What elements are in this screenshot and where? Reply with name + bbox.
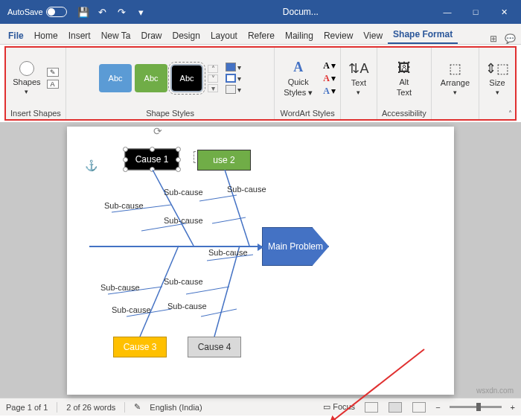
svg-line-2	[140, 246, 179, 337]
chevron-down-icon: ▾	[25, 88, 28, 95]
group-shape-styles: Abc Abc Abc ˄˅▾ ▾ ▾ ▾ Shape Styles	[66, 48, 275, 119]
group-wordart-styles: A Quick Styles ▾ A▾ A▾ A▾ WordArt Styles	[275, 48, 341, 119]
tab-view[interactable]: View	[358, 28, 388, 44]
main-problem-shape[interactable]: Main Problem	[262, 227, 329, 266]
group-label-accessibility: Accessibility	[382, 107, 426, 119]
minimize-button[interactable]: —	[433, 0, 461, 24]
subcause-label[interactable]: Sub-cause	[227, 185, 266, 194]
resize-handle[interactable]	[150, 147, 155, 152]
resize-handle[interactable]	[123, 147, 128, 152]
cause4-shape[interactable]: Cause 4	[188, 337, 241, 357]
print-layout-icon[interactable]	[389, 402, 402, 413]
ribbon: Shapes ▾ ✎ A Insert Shapes Abc Abc Abc ˄…	[4, 46, 517, 121]
size-button[interactable]: ⇕⬚ Size ▾	[484, 60, 511, 96]
text-fill-icon: A	[323, 60, 330, 71]
page-number[interactable]: Page 1 of 1	[6, 403, 48, 412]
zoom-in-button[interactable]: +	[511, 403, 515, 412]
resize-handle[interactable]	[150, 167, 155, 172]
subcause-label[interactable]: Sub-cause	[164, 216, 203, 225]
text-fill-button[interactable]: A▾	[323, 60, 336, 71]
save-icon[interactable]: 💾	[77, 6, 89, 18]
zoom-slider[interactable]	[450, 406, 502, 408]
text-effects-button[interactable]: A▾	[323, 86, 336, 97]
arrange-button[interactable]: ⬚ Arrange ▾	[436, 60, 474, 96]
tab-home[interactable]: Home	[29, 28, 63, 44]
page[interactable]: ⚓ ⟳ Cause 1 ⌒ use 2 Cause 3 Cause 4 Main…	[67, 127, 454, 395]
tab-references[interactable]: Refere	[243, 28, 280, 44]
autosave[interactable]: AutoSave	[3, 7, 71, 17]
resize-handle[interactable]	[176, 167, 181, 172]
undo-icon[interactable]: ↶	[97, 6, 109, 18]
subcause-label[interactable]: Sub-cause	[167, 302, 207, 311]
tab-design[interactable]: Design	[167, 28, 205, 44]
qat-dropdown-icon[interactable]: ▾	[135, 6, 147, 18]
text-direction-icon: ⇅A	[350, 60, 368, 77]
alt-text-button[interactable]: 🖼 Alt Text	[391, 60, 418, 97]
cause3-shape[interactable]: Cause 3	[113, 337, 167, 357]
subcause-label[interactable]: Sub-cause	[104, 201, 144, 210]
share-icon[interactable]: ⊞	[485, 34, 502, 44]
comments-icon[interactable]: 💬	[502, 34, 518, 44]
ribbon-tabs: File Home Insert New Ta Draw Design Layo…	[0, 24, 521, 45]
text-direction-button[interactable]: ⇅A Text ▾	[345, 60, 372, 96]
text-outline-button[interactable]: A▾	[323, 73, 336, 84]
group-arrange: ⬚ Arrange ▾	[432, 48, 479, 119]
style-thumb-black[interactable]: Abc	[170, 64, 203, 92]
resize-handle[interactable]	[123, 167, 128, 172]
word-count[interactable]: 2 of 26 words	[66, 403, 115, 412]
shapes-button[interactable]: Shapes ▾	[13, 61, 40, 95]
tab-shape-format[interactable]: Shape Format	[388, 26, 458, 44]
collapse-ribbon-icon[interactable]: ˄	[508, 109, 512, 118]
tab-layout[interactable]: Layout	[205, 28, 243, 44]
style-gallery-nav[interactable]: ˄˅▾	[208, 65, 218, 92]
cause1-shape[interactable]: Cause 1	[125, 149, 179, 170]
autosave-toggle[interactable]	[46, 7, 67, 17]
tab-draw[interactable]: Draw	[136, 28, 167, 44]
tab-mailings[interactable]: Mailing	[280, 28, 319, 44]
anchor-icon: ⚓	[85, 159, 98, 171]
quick-access-toolbar: 💾 ↶ ↷ ▾	[71, 6, 153, 18]
style-thumb-green[interactable]: Abc	[135, 64, 167, 92]
language[interactable]: English (India)	[150, 403, 202, 412]
spellcheck-icon[interactable]: ✎	[134, 402, 141, 412]
resize-handle[interactable]	[176, 147, 181, 152]
shape-fill-button[interactable]: ▾	[226, 63, 241, 71]
redo-icon[interactable]: ↷	[116, 6, 128, 18]
subcause-label[interactable]: Sub-cause	[100, 283, 140, 292]
cause2-shape[interactable]: use 2	[197, 150, 251, 171]
edit-shape-icon[interactable]: ✎	[47, 68, 59, 77]
resize-handle[interactable]	[123, 157, 128, 162]
titlebar: AutoSave 💾 ↶ ↷ ▾ Docum... — □ ✕	[0, 0, 521, 24]
close-button[interactable]: ✕	[490, 0, 518, 24]
quick-styles-button[interactable]: A Quick Styles ▾	[279, 60, 317, 98]
tab-file[interactable]: File	[3, 28, 29, 44]
style-thumb-blue[interactable]: Abc	[99, 64, 132, 92]
fill-icon	[226, 63, 236, 71]
document-area[interactable]: ⚓ ⟳ Cause 1 ⌒ use 2 Cause 3 Cause 4 Main…	[0, 122, 521, 398]
subcause-label[interactable]: Sub-cause	[164, 277, 203, 286]
subcause-label[interactable]: Sub-cause	[208, 248, 248, 257]
outline-icon	[226, 74, 236, 83]
rotate-handle-icon[interactable]: ⟳	[153, 125, 162, 137]
tab-newtab[interactable]: New Ta	[96, 28, 136, 44]
subcause-label[interactable]: Sub-cause	[164, 188, 203, 197]
tab-review[interactable]: Review	[319, 28, 358, 44]
resize-handle[interactable]	[176, 157, 181, 162]
arrange-icon: ⬚	[446, 60, 464, 77]
subcause-label[interactable]: Sub-cause	[112, 305, 151, 314]
watermark: wsxdn.com	[476, 386, 514, 395]
wordart-a-icon: A	[290, 60, 307, 76]
tab-insert[interactable]: Insert	[63, 28, 96, 44]
size-icon: ⇕⬚	[488, 60, 506, 77]
shapes-label: Shapes	[13, 77, 40, 86]
group-accessibility: 🖼 Alt Text Accessibility	[377, 48, 432, 119]
maximize-button[interactable]: □	[461, 0, 490, 24]
zoom-thumb[interactable]	[476, 403, 481, 411]
text-box-icon[interactable]: A	[47, 80, 59, 89]
web-layout-icon[interactable]	[412, 402, 426, 413]
shape-effects-button[interactable]: ▾	[226, 85, 241, 94]
zoom-out-button[interactable]: −	[435, 403, 440, 412]
shape-outline-button[interactable]: ▾	[226, 74, 241, 83]
backbone-line[interactable]	[89, 246, 262, 247]
read-mode-icon[interactable]	[365, 402, 378, 413]
